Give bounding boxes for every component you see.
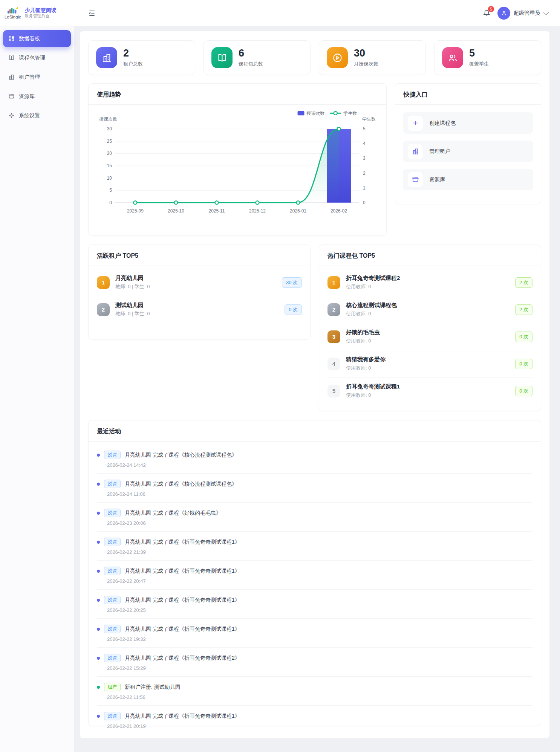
activity-dot xyxy=(97,570,100,573)
hot-packages-title: 热门课程包 TOP5 xyxy=(319,245,541,266)
app-root: LeSingle 少儿智慧阅读 服务管理后台 数据看板 课程包管理 租户管理 xyxy=(0,0,560,752)
book-icon xyxy=(211,47,233,68)
package-row: 4 猜猜我有多爱你 使用教师: 0 0 次 xyxy=(327,350,532,378)
package-name: 核心流程测试课程包 xyxy=(346,302,510,309)
stat-label: 课程包总数 xyxy=(239,61,263,67)
package-row: 3 好饿的毛毛虫 使用教师: 0 0 次 xyxy=(327,323,532,350)
svg-text:学生数: 学生数 xyxy=(343,111,357,116)
tenant-name: 月亮幼儿园 xyxy=(115,275,276,282)
activity-text: 月亮幼儿园 完成了课程《好饿的毛毛虫》 xyxy=(125,510,221,517)
sidebar: LeSingle 少儿智慧阅读 服务管理后台 数据看板 课程包管理 租户管理 xyxy=(0,0,74,752)
rank-badge: 2 xyxy=(97,303,110,316)
rank-badge: 1 xyxy=(327,276,340,289)
activity-text: 月亮幼儿园 完成了课程《折耳兔奇奇测试课程1》 xyxy=(125,626,240,633)
sidebar-collapse-button[interactable] xyxy=(87,8,97,18)
svg-text:0: 0 xyxy=(363,200,366,205)
svg-text:2026-01: 2026-01 xyxy=(290,208,306,214)
rank-badge: 3 xyxy=(327,330,340,343)
activity-item: 租户 新租户注册: 测试幼儿园 2026-02-22 11:56 xyxy=(97,677,532,706)
package-meta: 使用教师: 0 xyxy=(346,392,510,399)
svg-text:0: 0 xyxy=(109,200,112,205)
sidebar-item-course-packages[interactable]: 课程包管理 xyxy=(3,49,71,66)
topbar: 5 超级管理员 xyxy=(74,0,560,26)
svg-text:授课次数: 授课次数 xyxy=(306,111,325,116)
package-name: 猜猜我有多爱你 xyxy=(346,356,510,363)
activity-dot xyxy=(97,512,100,515)
play-circle-icon xyxy=(327,47,348,68)
collapse-icon xyxy=(88,9,96,17)
logo: LeSingle 少儿智慧阅读 服务管理后台 xyxy=(0,0,74,26)
count-badge: 30 次 xyxy=(282,277,302,288)
activity-item: 授课 月亮幼儿园 完成了课程《折耳兔奇奇测试课程1》 2026-02-22 20… xyxy=(97,590,532,619)
chevron-down-icon xyxy=(543,9,549,15)
usage-trend-title: 使用趋势 xyxy=(89,84,386,105)
quick-entry-resources[interactable]: 资源库 xyxy=(403,169,533,190)
package-row: 5 折耳兔奇奇测试课程1 使用教师: 0 0 次 xyxy=(327,378,532,404)
users-icon xyxy=(442,47,463,68)
activity-item: 授课 月亮幼儿园 完成了课程《折耳兔奇奇测试课程2》 2026-02-22 15… xyxy=(97,648,532,677)
svg-text:3: 3 xyxy=(363,156,366,161)
sidebar-item-settings[interactable]: 系统设置 xyxy=(3,107,71,124)
building-icon xyxy=(8,74,15,80)
stat-label: 租户总数 xyxy=(123,61,143,67)
folder-icon xyxy=(8,93,15,99)
notifications-button[interactable]: 5 xyxy=(482,8,491,18)
activity-item: 授课 月亮幼儿园 完成了课程《折耳兔奇奇测试课程1》 2026-02-21 20… xyxy=(97,706,532,734)
building-icon xyxy=(96,47,117,68)
svg-text:25: 25 xyxy=(107,139,112,144)
stat-value: 30 xyxy=(354,48,378,59)
package-meta: 使用教师: 0 xyxy=(346,310,510,317)
activity-text: 月亮幼儿园 完成了课程《核心流程测试课程包》 xyxy=(125,452,237,459)
activity-dot xyxy=(97,686,100,689)
quick-entry-manage-tenants[interactable]: 管理租户 xyxy=(403,141,533,162)
svg-text:2025-12: 2025-12 xyxy=(249,208,266,214)
activity-dot xyxy=(97,657,100,660)
activity-type-badge: 授课 xyxy=(104,567,121,575)
stat-card-tenants: 2 租户总数 xyxy=(88,40,195,75)
logo-text: LeSingle xyxy=(5,15,21,19)
tenant-meta: 教师: 0 | 学生: 0 xyxy=(115,283,276,290)
activity-time: 2026-02-23 20:06 xyxy=(107,520,532,526)
rank-badge: 5 xyxy=(327,385,340,397)
svg-text:2025-10: 2025-10 xyxy=(168,208,184,214)
activity-text: 月亮幼儿园 完成了课程《折耳兔奇奇测试课程2》 xyxy=(125,655,240,662)
activity-item: 授课 月亮幼儿园 完成了课程《折耳兔奇奇测试课程1》 2026-02-22 21… xyxy=(97,532,532,561)
sidebar-item-tenants[interactable]: 租户管理 xyxy=(3,69,71,86)
activity-item: 授课 月亮幼儿园 完成了课程《核心流程测试课程包》 2026-02-24 11:… xyxy=(97,474,532,503)
svg-text:10: 10 xyxy=(107,176,112,181)
svg-text:2: 2 xyxy=(363,171,366,176)
activity-time: 2026-02-22 19:32 xyxy=(107,636,532,642)
sidebar-item-dashboard[interactable]: 数据看板 xyxy=(3,30,71,47)
svg-text:学生数: 学生数 xyxy=(362,116,376,122)
activity-text: 月亮幼儿园 完成了课程《核心流程测试课程包》 xyxy=(125,481,237,488)
book-icon xyxy=(8,55,15,61)
activity-time: 2026-02-22 11:56 xyxy=(107,694,532,700)
svg-text:15: 15 xyxy=(107,163,112,168)
activity-dot xyxy=(97,454,100,457)
sidebar-item-resources[interactable]: 资源库 xyxy=(3,88,71,105)
tenant-row: 1 月亮幼儿园 教师: 0 | 学生: 0 30 次 xyxy=(97,269,302,296)
active-tenants-title: 活跃租户 TOP5 xyxy=(89,245,310,266)
activity-type-badge: 授课 xyxy=(104,480,121,488)
stat-value: 5 xyxy=(469,48,489,59)
active-tenants-list: 1 月亮幼儿园 教师: 0 | 学生: 0 30 次 2 测 xyxy=(89,266,310,323)
package-name: 折耳兔奇奇测试课程2 xyxy=(346,275,510,282)
app-subtitle: 服务管理后台 xyxy=(24,14,56,19)
activity-type-badge: 租户 xyxy=(104,683,121,691)
svg-text:2026-02: 2026-02 xyxy=(330,208,347,214)
svg-text:5: 5 xyxy=(109,188,112,193)
count-badge: 0 次 xyxy=(515,386,532,396)
activity-time: 2026-02-22 21:39 xyxy=(107,549,532,555)
quick-entry-create-package[interactable]: 创建课程包 xyxy=(403,112,533,134)
activity-dot xyxy=(97,715,100,718)
count-badge: 2 次 xyxy=(515,304,532,315)
count-badge: 0 次 xyxy=(515,359,532,369)
package-meta: 使用教师: 0 xyxy=(346,338,510,344)
user-icon xyxy=(501,10,507,16)
activity-text: 月亮幼儿园 完成了课程《折耳兔奇奇测试课程1》 xyxy=(125,568,240,575)
user-menu[interactable]: 超级管理员 xyxy=(497,7,547,20)
activity-time: 2026-02-24 14:42 xyxy=(107,462,532,468)
stat-value: 2 xyxy=(123,48,143,59)
recent-activity-list: 授课 月亮幼儿园 完成了课程《核心流程测试课程包》 2026-02-24 14:… xyxy=(89,442,541,734)
activity-type-badge: 授课 xyxy=(104,654,121,662)
